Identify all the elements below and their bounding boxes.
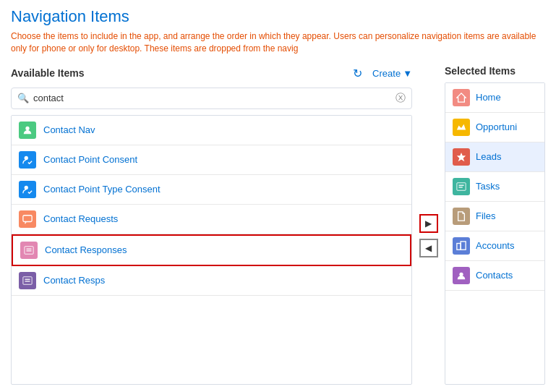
svg-rect-4 xyxy=(25,246,33,254)
svg-rect-16 xyxy=(457,243,461,250)
svg-rect-17 xyxy=(461,241,466,249)
selected-item-label: Accounts xyxy=(476,240,514,251)
svg-point-2 xyxy=(25,185,28,189)
list-item[interactable]: Contact Nav xyxy=(12,116,411,145)
item-label: Contact Requests xyxy=(43,213,118,224)
create-dropdown-icon: ▼ xyxy=(403,68,412,79)
selected-item-icon xyxy=(453,148,470,166)
selected-item-label: Home xyxy=(476,92,501,103)
selected-list-item[interactable]: Leads xyxy=(445,142,544,172)
available-panel-actions: ↻ Create ▼ xyxy=(350,65,412,82)
svg-marker-11 xyxy=(457,124,466,129)
selected-list-item[interactable]: Tasks xyxy=(445,172,544,202)
selected-item-icon xyxy=(453,208,470,225)
available-panel-header: Available Items ↻ Create ▼ xyxy=(11,65,412,82)
create-label: Create xyxy=(372,68,401,79)
selected-item-icon xyxy=(453,237,470,255)
selected-item-label: Contacts xyxy=(476,270,513,281)
list-item[interactable]: Contact Point Type Consent xyxy=(12,175,411,205)
item-icon xyxy=(19,181,36,198)
page-description: Choose the items to include in the app, … xyxy=(11,30,545,55)
selected-panel: Selected Items HomeOpportuniLeadsTasksFi… xyxy=(445,65,545,385)
clear-search-icon[interactable]: ⓧ xyxy=(395,92,406,105)
add-item-button[interactable]: ▶ xyxy=(419,214,438,233)
search-box: 🔍 ⓧ xyxy=(11,88,412,109)
selected-item-icon xyxy=(453,119,470,136)
svg-point-1 xyxy=(25,155,28,159)
svg-marker-12 xyxy=(457,152,466,161)
selected-list-item[interactable]: Opportuni xyxy=(445,113,544,142)
item-label: Contact Point Consent xyxy=(43,154,137,165)
svg-rect-3 xyxy=(23,215,32,221)
selected-panel-title: Selected Items xyxy=(445,65,545,77)
selected-list-item[interactable]: Contacts xyxy=(445,261,544,291)
selected-item-icon xyxy=(453,267,470,284)
item-icon xyxy=(19,122,36,139)
selected-list-item[interactable]: Home xyxy=(445,83,544,113)
selected-item-icon xyxy=(453,89,470,106)
item-icon xyxy=(19,272,36,289)
item-label: Contact Resps xyxy=(43,275,105,286)
refresh-button[interactable]: ↻ xyxy=(350,65,365,82)
list-item[interactable]: Contact Requests xyxy=(12,205,411,234)
list-item[interactable]: Contact Point Consent xyxy=(12,145,411,175)
selected-item-label: Opportuni xyxy=(476,122,517,132)
item-icon xyxy=(19,210,36,228)
item-label: Contact Responses xyxy=(45,244,127,255)
svg-rect-7 xyxy=(23,276,32,284)
item-icon xyxy=(20,242,38,259)
svg-point-0 xyxy=(25,126,29,129)
item-icon xyxy=(19,151,36,169)
page-title: Navigation Items xyxy=(11,7,545,26)
selected-item-label: Leads xyxy=(476,151,501,162)
available-items-list: Contact NavContact Point ConsentContact … xyxy=(11,115,412,385)
selected-item-icon xyxy=(453,178,470,195)
list-item[interactable]: Contact Resps xyxy=(12,266,411,296)
available-panel: Available Items ↻ Create ▼ 🔍 ⓧ Contact N… xyxy=(11,65,412,385)
remove-item-button[interactable]: ◀ xyxy=(419,239,438,257)
selected-list-item[interactable]: Files xyxy=(445,202,544,231)
svg-marker-10 xyxy=(457,93,466,101)
list-item[interactable]: Contact Responses xyxy=(12,234,411,266)
item-label: Contact Point Type Consent xyxy=(43,184,161,195)
search-input[interactable] xyxy=(33,93,395,103)
transfer-arrows: ▶ ◀ xyxy=(412,65,445,385)
search-icon: 🔍 xyxy=(17,93,29,103)
selected-item-label: Tasks xyxy=(476,181,500,192)
create-button[interactable]: Create ▼ xyxy=(372,68,412,79)
svg-rect-13 xyxy=(457,182,466,190)
available-panel-title: Available Items xyxy=(11,67,84,79)
item-label: Contact Nav xyxy=(43,124,95,135)
selected-item-label: Files xyxy=(476,210,495,221)
selected-list-item[interactable]: Accounts xyxy=(445,231,544,261)
selected-items-list: HomeOpportuniLeadsTasksFilesAccountsCont… xyxy=(445,82,545,385)
